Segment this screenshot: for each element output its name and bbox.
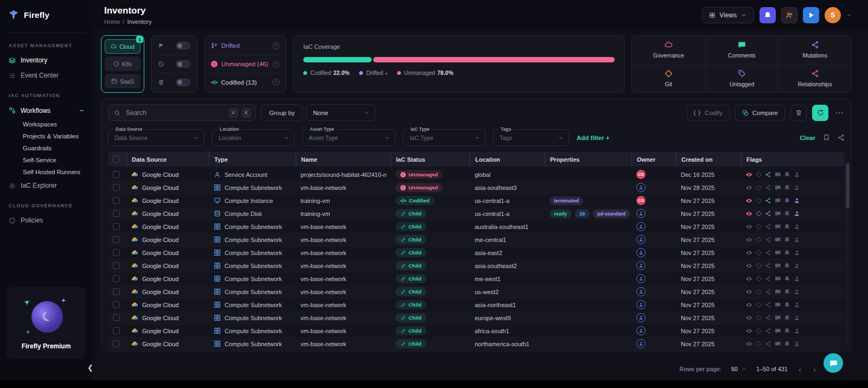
git-flag-icon[interactable]	[756, 289, 762, 295]
next-page-button[interactable]: ›	[812, 365, 817, 374]
eye-flag-icon[interactable]	[746, 302, 752, 308]
comment-flag-icon[interactable]	[775, 315, 781, 321]
owner-user-icon[interactable]	[636, 222, 646, 231]
group-by-select[interactable]: None	[306, 104, 375, 121]
unmanaged-filter[interactable]: ! Unmanaged (46) ?	[211, 55, 279, 74]
rows-per-page-select[interactable]: 50	[731, 366, 746, 372]
table-row[interactable]: Google Cloud Compute Subnetwork vm-base-…	[108, 298, 845, 311]
asset-name[interactable]: training-vm	[301, 198, 330, 204]
clear-filters-button[interactable]: Clear	[800, 135, 815, 141]
owner-user-icon[interactable]	[636, 248, 646, 257]
column-header-name[interactable]: Name	[296, 152, 391, 167]
asset-name[interactable]: vm-base-network	[301, 263, 346, 269]
comment-flag-icon[interactable]	[775, 328, 781, 334]
sidebar-item-event-center[interactable]: Event Center	[0, 68, 92, 83]
person-flag-icon[interactable]	[794, 224, 800, 230]
bell-flag-icon[interactable]	[784, 263, 790, 269]
column-header-location[interactable]: Location	[470, 152, 545, 167]
user-avatar[interactable]: S	[825, 7, 841, 23]
iac-status-badge[interactable]: Child	[395, 313, 426, 322]
filter-location[interactable]: Location Location	[212, 129, 295, 146]
flagged-toggle[interactable]	[176, 42, 190, 49]
eye-flag-icon[interactable]	[746, 328, 752, 334]
sidebar-item-iac-explorer[interactable]: IaC Explorer	[0, 178, 92, 193]
eye-flag-icon[interactable]	[746, 315, 752, 321]
row-checkbox[interactable]	[113, 262, 120, 269]
bell-flag-icon[interactable]	[784, 237, 790, 243]
git-flag-icon[interactable]	[756, 302, 762, 308]
refresh-button[interactable]	[812, 105, 828, 121]
nodes-flag-icon[interactable]	[765, 250, 771, 256]
help-icon[interactable]: ?	[272, 42, 279, 49]
sidebar-item-self-hosted-runners[interactable]: Self Hosted Runners	[0, 166, 92, 178]
person-flag-icon[interactable]	[794, 185, 800, 191]
sidebar-item-self-service[interactable]: Self-Service	[0, 154, 92, 166]
filter-data-source[interactable]: Data Source Data Source	[108, 129, 205, 146]
eye-flag-icon[interactable]	[746, 185, 752, 191]
row-checkbox[interactable]	[113, 171, 120, 178]
owner-user-icon[interactable]	[636, 339, 646, 348]
iac-status-badge[interactable]: Child	[395, 339, 426, 348]
add-filter-button[interactable]: Add filter +	[577, 135, 609, 141]
iac-status-badge[interactable]: Child	[395, 287, 426, 296]
table-scrollbar[interactable]	[846, 163, 850, 346]
nodes-flag-icon[interactable]	[765, 289, 771, 295]
comment-flag-icon[interactable]	[775, 237, 781, 243]
table-row[interactable]: Google Cloud Compute Instance training-v…	[108, 194, 845, 207]
table-row[interactable]: Google Cloud Compute Subnetwork vm-base-…	[108, 272, 845, 285]
provider-cloud-button[interactable]: Cloud 1	[105, 39, 141, 54]
table-row[interactable]: Google Cloud Compute Subnetwork vm-base-…	[108, 325, 845, 338]
nodes-flag-icon[interactable]	[765, 315, 771, 321]
owner-user-icon[interactable]	[636, 313, 646, 322]
comment-flag-icon[interactable]	[775, 276, 781, 282]
column-header-type[interactable]: Type	[209, 152, 296, 167]
compare-button[interactable]: Compare	[735, 105, 785, 121]
run-button[interactable]	[803, 7, 819, 23]
table-row[interactable]: Google Cloud Compute Subnetwork vm-base-…	[108, 220, 845, 233]
codify-button[interactable]: { } Codify	[687, 105, 730, 121]
owner-user-icon[interactable]	[636, 183, 646, 192]
eye-flag-icon[interactable]	[746, 289, 752, 295]
asset-name[interactable]: vm-base-network	[301, 250, 346, 256]
owner-avatar[interactable]: CD	[636, 196, 646, 205]
table-row[interactable]: Google Cloud Compute Subnetwork vm-base-…	[108, 311, 845, 325]
git-flag-icon[interactable]	[756, 263, 762, 269]
eye-flag-icon[interactable]	[746, 211, 752, 217]
share-icon[interactable]	[838, 134, 845, 141]
filter-tags[interactable]: Tags Tags	[493, 129, 569, 146]
asset-name[interactable]: vm-base-network	[301, 224, 346, 230]
iac-status-badge[interactable]: Child	[395, 235, 426, 244]
bell-flag-icon[interactable]	[784, 198, 790, 204]
brand[interactable]: Firefly	[0, 0, 92, 27]
delete-button[interactable]	[790, 105, 807, 121]
asset-name[interactable]: vm-base-network	[301, 315, 346, 321]
comment-flag-icon[interactable]	[775, 185, 781, 191]
asset-name[interactable]: vm-base-network	[301, 237, 346, 243]
filter-iac-type[interactable]: IaC Type IaC Type	[403, 129, 486, 146]
eye-flag-icon[interactable]	[746, 171, 752, 178]
asset-name[interactable]: vm-base-network	[301, 302, 346, 308]
nodes-flag-icon[interactable]	[765, 224, 771, 230]
bell-flag-icon[interactable]	[784, 328, 790, 334]
sidebar-item-policies[interactable]: Policies	[0, 213, 92, 228]
iac-status-badge[interactable]: Child	[395, 274, 426, 283]
breadcrumb-home[interactable]: Home	[104, 18, 120, 25]
person-flag-icon[interactable]	[794, 171, 800, 178]
git-flag-icon[interactable]	[756, 171, 762, 178]
person-flag-icon[interactable]	[794, 263, 800, 269]
table-row[interactable]: Google Cloud Compute Disk training-vm Ch…	[108, 207, 845, 220]
git-flag-icon[interactable]	[756, 211, 762, 217]
eye-flag-icon[interactable]	[746, 237, 752, 243]
provider-saas-button[interactable]: SaaS	[105, 74, 141, 88]
person-flag-icon[interactable]	[794, 328, 800, 334]
asset-name[interactable]: vm-base-network	[301, 289, 346, 295]
person-flag-icon[interactable]	[794, 211, 800, 217]
bell-flag-icon[interactable]	[784, 185, 790, 191]
owner-user-icon[interactable]	[636, 274, 646, 283]
table-row[interactable]: Google Cloud Service Account projects/so…	[108, 168, 845, 181]
git-flag-icon[interactable]	[756, 315, 762, 321]
chat-button[interactable]	[824, 353, 843, 373]
sidebar-item-projects-variables[interactable]: Projects & Variables	[0, 130, 92, 142]
nodes-flag-icon[interactable]	[765, 171, 771, 178]
views-button[interactable]: Views	[702, 7, 754, 23]
